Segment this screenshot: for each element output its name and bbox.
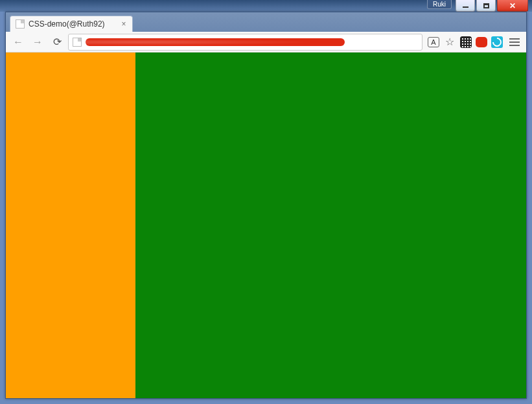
maximize-icon (483, 3, 489, 8)
window-titlebar: Ruki ✕ (0, 0, 532, 12)
extension-cyan-icon[interactable] (491, 36, 503, 48)
menu-button[interactable] (507, 34, 522, 50)
extension-icons: A ☆ (428, 36, 503, 49)
left-column (6, 53, 135, 398)
maximize-button[interactable] (476, 0, 496, 12)
window-badge: Ruki (427, 0, 452, 9)
tab-close-button[interactable]: × (120, 20, 128, 28)
page-icon (73, 38, 82, 47)
address-bar[interactable] (68, 34, 422, 51)
window-controls: ✕ (456, 0, 528, 12)
reload-button[interactable]: ⟳ (49, 34, 65, 51)
qr-icon[interactable] (460, 36, 472, 48)
tab-title: CSS-demo(@Ruth92) (29, 19, 105, 29)
minimize-button[interactable] (456, 0, 475, 12)
browser-tab[interactable]: CSS-demo(@Ruth92) × (10, 16, 133, 32)
page-viewport (6, 53, 526, 398)
tab-strip: CSS-demo(@Ruth92) × (6, 12, 526, 32)
back-button[interactable]: ← (10, 34, 27, 51)
hamburger-icon (509, 45, 520, 46)
forward-button[interactable]: → (29, 34, 46, 51)
bookmark-star-icon[interactable]: ☆ (443, 36, 456, 49)
url-redacted (86, 38, 345, 46)
arrow-left-icon: ← (13, 36, 23, 48)
right-column (135, 53, 526, 398)
hamburger-icon (509, 42, 520, 43)
minimize-icon (463, 6, 468, 8)
browser-window: CSS-demo(@Ruth92) × ← → ⟳ A ☆ (5, 12, 527, 399)
close-icon: ✕ (509, 1, 516, 10)
reload-icon: ⟳ (53, 36, 62, 48)
hamburger-icon (509, 38, 520, 40)
extension-red-icon[interactable] (476, 37, 487, 47)
file-icon (16, 19, 25, 29)
translate-icon[interactable]: A (428, 37, 439, 47)
arrow-right-icon: → (32, 36, 43, 48)
close-button[interactable]: ✕ (497, 0, 528, 12)
browser-toolbar: ← → ⟳ A ☆ (6, 32, 526, 53)
